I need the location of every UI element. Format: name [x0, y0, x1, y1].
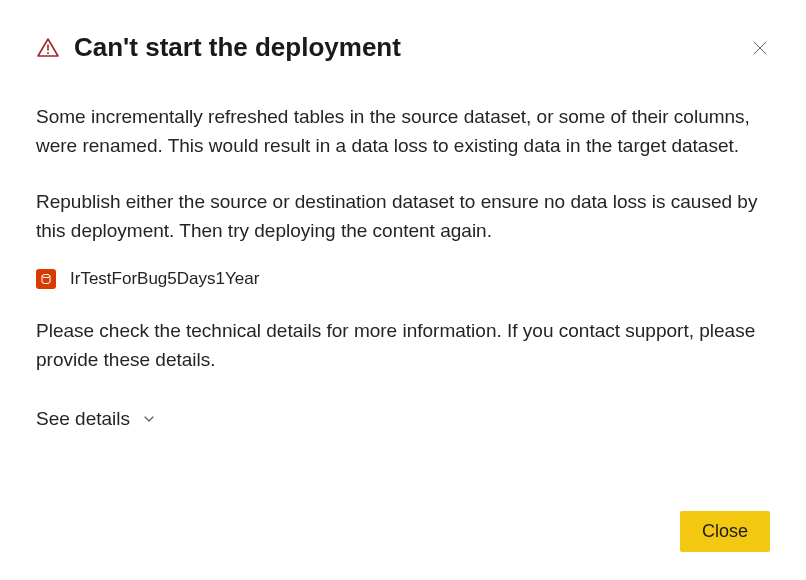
close-icon[interactable]: [750, 38, 770, 58]
close-button[interactable]: Close: [680, 511, 770, 552]
dialog-title: Can't start the deployment: [74, 32, 401, 63]
dialog-footer: Close: [680, 511, 770, 552]
dataset-name: IrTestForBug5Days1Year: [70, 269, 259, 289]
svg-point-1: [47, 52, 49, 54]
see-details-toggle[interactable]: See details: [36, 408, 156, 430]
dialog-header: Can't start the deployment: [36, 32, 770, 63]
message-paragraph-1: Some incrementally refreshed tables in t…: [36, 103, 770, 160]
dataset-item: IrTestForBug5Days1Year: [36, 269, 770, 289]
error-dialog: Can't start the deployment Some incremen…: [0, 0, 806, 580]
warning-icon: [36, 36, 60, 60]
message-paragraph-2: Republish either the source or destinati…: [36, 188, 770, 245]
chevron-down-icon: [142, 412, 156, 426]
message-paragraph-3: Please check the technical details for m…: [36, 317, 770, 374]
see-details-label: See details: [36, 408, 130, 430]
dataset-icon: [36, 269, 56, 289]
svg-point-4: [42, 275, 50, 278]
